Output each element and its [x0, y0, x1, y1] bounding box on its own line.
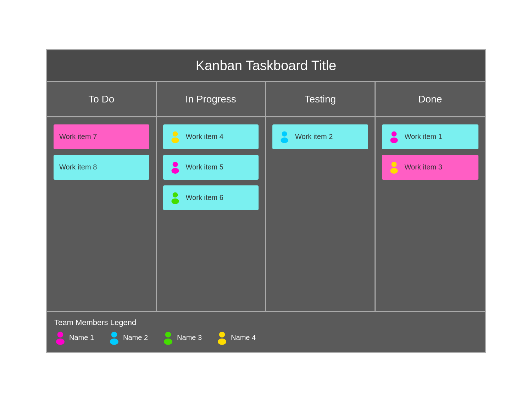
legend-items: Name 1 Name 2 Name 3 [54, 331, 478, 345]
svg-point-16 [165, 331, 171, 337]
columns-body: Work item 7 Work item 8 Work item 4 Wo [47, 117, 485, 312]
legend-item-name1: Name 1 [54, 331, 94, 345]
legend-item-name4: Name 4 [216, 331, 256, 345]
legend-label-name3: Name 3 [177, 334, 202, 342]
board-title-row: Kanban Taskboard Title [47, 50, 485, 82]
legend-icon-name2 [108, 331, 120, 345]
kanban-board: Kanban Taskboard Title To Do In Progress… [46, 49, 486, 353]
legend-label-name4: Name 4 [231, 334, 256, 342]
card-label: Work item 3 [405, 163, 442, 171]
svg-point-9 [390, 137, 398, 143]
legend-item-name3: Name 3 [162, 331, 202, 345]
column-header-todo: To Do [47, 82, 157, 116]
board-title: Kanban Taskboard Title [54, 58, 478, 73]
assignee-icon-name1 [388, 130, 400, 143]
legend-icon-name3 [162, 331, 174, 345]
assignee-icon-name2 [278, 130, 291, 143]
legend-icon-name4 [216, 331, 228, 345]
svg-point-0 [172, 131, 178, 136]
card-label: Work item 4 [186, 133, 223, 141]
card-label: Work item 5 [186, 163, 223, 171]
card-work-item-7[interactable]: Work item 7 [54, 124, 149, 149]
column-header-testing: Testing [266, 82, 376, 116]
svg-point-18 [219, 331, 225, 337]
svg-point-3 [171, 168, 179, 173]
card-label: Work item 6 [186, 194, 223, 202]
legend-row: Team Members Legend Name 1 Name 2 [47, 312, 485, 352]
svg-point-15 [110, 338, 118, 345]
card-work-item-6[interactable]: Work item 6 [163, 185, 259, 210]
column-body-done: Work item 1 Work item 3 [376, 117, 485, 311]
legend-icon-name1 [54, 331, 66, 345]
legend-label-name1: Name 1 [69, 334, 94, 342]
assignee-icon-name4 [388, 161, 400, 174]
svg-point-12 [57, 331, 63, 337]
svg-point-2 [172, 162, 178, 167]
column-header-done: Done [376, 82, 485, 116]
svg-point-7 [281, 137, 288, 143]
svg-point-1 [171, 137, 179, 143]
card-label: Work item 1 [405, 133, 442, 141]
column-body-testing: Work item 2 [266, 117, 376, 311]
assignee-icon-name1 [169, 161, 182, 174]
svg-point-11 [390, 168, 398, 173]
legend-title: Team Members Legend [54, 318, 478, 327]
card-work-item-3[interactable]: Work item 3 [382, 155, 479, 180]
svg-point-4 [172, 192, 178, 197]
svg-point-8 [391, 131, 397, 136]
assignee-icon-name4 [169, 130, 182, 143]
card-work-item-1[interactable]: Work item 1 [382, 124, 479, 149]
assignee-icon-name3 [169, 191, 182, 204]
card-label: Work item 2 [295, 133, 333, 141]
svg-point-13 [56, 338, 65, 345]
card-work-item-5[interactable]: Work item 5 [163, 155, 259, 180]
column-body-inprogress: Work item 4 Work item 5 Work item 6 [157, 117, 266, 311]
svg-point-17 [164, 338, 172, 345]
card-work-item-8[interactable]: Work item 8 [54, 155, 149, 180]
legend-item-name2: Name 2 [108, 331, 148, 345]
card-label: Work item 8 [59, 163, 97, 171]
columns-header: To Do In Progress Testing Done [47, 82, 485, 117]
card-work-item-2[interactable]: Work item 2 [272, 124, 368, 149]
svg-point-14 [111, 331, 117, 337]
svg-point-6 [282, 131, 287, 136]
svg-point-19 [218, 338, 226, 345]
column-body-todo: Work item 7 Work item 8 [47, 117, 157, 311]
card-label: Work item 7 [59, 133, 97, 141]
legend-label-name2: Name 2 [123, 334, 148, 342]
svg-point-5 [171, 198, 179, 204]
card-work-item-4[interactable]: Work item 4 [163, 124, 259, 149]
column-header-inprogress: In Progress [157, 82, 266, 116]
svg-point-10 [391, 162, 397, 167]
